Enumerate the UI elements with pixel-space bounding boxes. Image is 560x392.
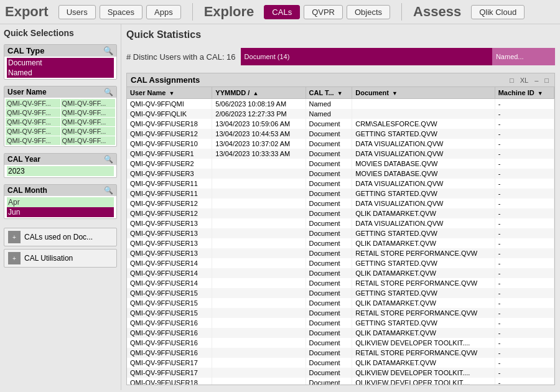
table-cell-1-1: 2/06/2023 12:27:33 PM — [212, 109, 306, 119]
explore-buttons: CALs QVPR Objects — [264, 5, 390, 19]
cal-type-header: CAL Type 🔍 — [4, 45, 116, 57]
col-document-sort[interactable]: ▼ — [392, 90, 398, 96]
cal-type-named[interactable]: Named — [7, 68, 114, 78]
col-yymmdd-sort[interactable]: ▲ — [253, 90, 258, 96]
table-cell-13-2: Document — [306, 228, 352, 238]
cal-year-header: CAL Year 🔍 — [4, 154, 116, 165]
user-item-5[interactable]: QMI-QV-9FF... — [6, 118, 60, 126]
assess-buttons: Qlik Cloud — [471, 5, 525, 19]
table-cell-25-4: - — [495, 348, 554, 358]
cal-month-search-icon[interactable]: 🔍 — [104, 186, 113, 195]
nav-objects-button[interactable]: Objects — [347, 5, 390, 19]
table-ctrl-icon-close[interactable]: □ — [543, 76, 551, 85]
assess-title: Assess — [413, 4, 461, 20]
table-cell-7-3: MOVIES DATABASE.QVW — [352, 169, 495, 179]
cal-year-search-icon[interactable]: 🔍 — [104, 155, 113, 164]
table-row: QMI-QV-9FF\USER16DocumentGETTING STARTED… — [127, 318, 554, 328]
col-username-sort[interactable]: ▼ — [169, 90, 175, 96]
table-cell-21-1 — [212, 308, 306, 318]
user-name-header: User Name 🔍 — [4, 86, 116, 98]
table-cell-15-4: - — [495, 248, 554, 258]
cals-used-on-doc-button[interactable]: + CALs used on Doc... — [4, 228, 117, 246]
table-ctrl-icon-xl[interactable]: XL — [518, 76, 530, 85]
table-ctrl-icon-dash[interactable]: – — [533, 76, 540, 85]
table-cell-9-2: Document — [306, 189, 352, 198]
nav-spaces-button[interactable]: Spaces — [100, 5, 142, 19]
user-item-4[interactable]: QMI-QV-9FF... — [61, 108, 116, 117]
cal-year-2023[interactable]: 2023 — [7, 166, 114, 176]
col-caltype[interactable]: CAL T... ▼ — [306, 87, 352, 99]
table-cell-23-4: - — [495, 328, 554, 338]
user-item-2[interactable]: QMI-QV-9FF... — [61, 99, 116, 108]
stats-bar: # Distinc Users with a CAL: 16 Document … — [126, 48, 555, 65]
nav-qvpr-button[interactable]: QVPR — [304, 5, 343, 19]
table-cell-18-0: QMI-QV-9FF\USER14 — [127, 278, 212, 288]
table-row: QMI-QV-9FF\USER1813/04/2023 10:59:06 AMD… — [127, 119, 554, 129]
table-cell-2-0: QMI-QV-9FF\USER18 — [127, 119, 212, 129]
explore-title: Explore — [204, 4, 254, 20]
nav-cals-button[interactable]: CALs — [264, 5, 300, 19]
nav-qlikcloud-button[interactable]: Qlik Cloud — [471, 5, 525, 19]
table-cell-13-1 — [212, 228, 306, 238]
table-cell-1-3 — [352, 109, 495, 119]
table-cell-13-0: QMI-QV-9FF\USER13 — [127, 228, 212, 238]
user-item-1[interactable]: QMI-QV-9FF... — [6, 99, 60, 108]
col-machineid-sort[interactable]: ▼ — [538, 90, 543, 96]
col-machineid[interactable]: Machine ID ▼ — [495, 87, 554, 99]
cal-utilisation-button[interactable]: + CAL Utilisation — [4, 249, 117, 268]
table-cell-8-0: QMI-QV-9FF\USER11 — [127, 179, 212, 189]
user-item-9[interactable]: QMI-QV-9FF... — [6, 136, 60, 145]
table-row: QMI-QV-9FF\USER13DocumentGETTING STARTED… — [127, 228, 554, 238]
col-document[interactable]: Document ▼ — [352, 87, 495, 99]
table-cell-5-2: Document — [306, 149, 352, 159]
table-cell-28-0: QMI-QV-9FF\USER18 — [127, 378, 212, 385]
user-item-6[interactable]: QMI-QV-9FF... — [61, 118, 116, 126]
cal-util-label: CAL Utilisation — [24, 254, 73, 263]
table-cell-9-3: GETTING STARTED.QVW — [352, 189, 495, 198]
user-item-8[interactable]: QMI-QV-9FF... — [61, 127, 116, 136]
user-name-search-icon[interactable]: 🔍 — [104, 88, 113, 96]
col-username[interactable]: User Name ▼ — [127, 87, 212, 99]
cal-assignments-title: CAL Assignments — [131, 75, 200, 85]
table-cell-6-4: - — [495, 159, 554, 169]
table-cell-8-4: - — [495, 179, 554, 189]
table-wrapper[interactable]: User Name ▼ YYMMDD / ▲ CAL T... ▼ — [127, 87, 554, 385]
table-cell-2-3: CRM\SALESFORCE.QVW — [352, 119, 495, 129]
nav-apps-button[interactable]: Apps — [146, 5, 181, 19]
cal-type-search-icon[interactable]: 🔍 — [103, 46, 113, 55]
table-cell-2-2: Document — [306, 119, 352, 129]
table-cell-22-4: - — [495, 318, 554, 328]
table-row: QMI-QV-9FF\USER17DocumentQLIKVIEW DEVELO… — [127, 368, 554, 378]
stats-doc-bar: Document (14) — [241, 48, 492, 65]
table-ctrl-icon-1[interactable]: □ — [508, 76, 516, 85]
cal-month-apr[interactable]: Apr — [7, 197, 114, 207]
col-caltype-sort[interactable]: ▼ — [337, 90, 343, 96]
content-area: Quick Statistics # Distinc Users with a … — [121, 24, 560, 390]
table-row: QMI-QV-9FF\USER18DocumentQLIKVIEW DEVELO… — [127, 378, 554, 385]
col-yymmdd[interactable]: YYMMDD / ▲ — [212, 87, 306, 99]
table-cell-4-3: DATA VISUALIZATION.QVW — [352, 139, 495, 149]
cal-year-filter: CAL Year 🔍 2023 — [4, 153, 117, 178]
table-cell-25-3: RETAIL STORE PERFORMANCE.QVW — [352, 348, 495, 358]
user-item-7[interactable]: QMI-QV-9FF... — [6, 127, 60, 136]
table-cell-24-2: Document — [306, 338, 352, 348]
table-cell-24-3: QLIKVIEW DEVELOPER TOOLKIT.... — [352, 338, 495, 348]
stats-doc-label: Document (14) — [245, 53, 290, 60]
table-row: QMI-QV-9FF\USER16DocumentRETAIL STORE PE… — [127, 348, 554, 358]
table-cell-4-4: - — [495, 139, 554, 149]
table-cell-7-2: Document — [306, 169, 352, 179]
table-cell-24-0: QMI-QV-9FF\USER16 — [127, 338, 212, 348]
cal-type-document[interactable]: Document — [7, 58, 114, 68]
cal-month-jun[interactable]: Jun — [7, 207, 114, 217]
table-cell-26-4: - — [495, 358, 554, 368]
cal-month-label: CAL Month — [7, 186, 47, 195]
user-item-10[interactable]: QMI-QV-9FF... — [61, 136, 116, 145]
table-cell-27-2: Document — [306, 368, 352, 378]
table-cell-5-4: - — [495, 149, 554, 159]
table-cell-15-2: Document — [306, 248, 352, 258]
table-row: QMI-QV-9FF\USER13DocumentDATA VISUALIZAT… — [127, 218, 554, 228]
nav-users-button[interactable]: Users — [58, 5, 96, 19]
table-cell-7-1 — [212, 169, 306, 179]
user-item-3[interactable]: QMI-QV-9FF... — [6, 108, 60, 117]
table-cell-16-2: Document — [306, 258, 352, 268]
